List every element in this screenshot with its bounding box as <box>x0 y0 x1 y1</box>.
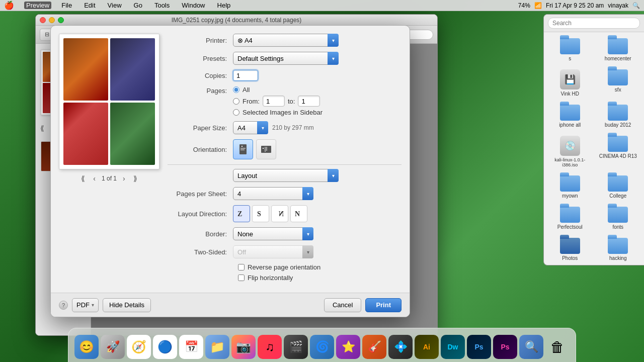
apple-menu[interactable]: 🍎 <box>4 1 14 10</box>
dock-launchpad[interactable]: 🚀 <box>101 335 125 359</box>
dock-photoshop[interactable]: Ps <box>467 335 491 359</box>
pages-from-row: From: to: <box>233 96 323 107</box>
pages-per-sheet-select[interactable]: 4 1 2 6 9 <box>233 187 313 200</box>
reverse-orientation-label: Reverse page orientation <box>248 263 320 271</box>
finder-item-perfectsoul[interactable]: Perfectsoul <box>548 205 592 232</box>
finder-item-sfx[interactable]: sfx <box>596 67 640 99</box>
copies-control <box>233 70 401 81</box>
pages-sidebar-radio[interactable] <box>233 109 239 116</box>
menu-view[interactable]: View <box>106 2 124 9</box>
dock-finalcut[interactable]: 🎬 <box>284 335 308 359</box>
paper-size-select[interactable]: A4 <box>233 121 268 134</box>
first-page-btn[interactable]: ⟪ <box>38 123 46 133</box>
menu-tools[interactable]: Tools <box>152 2 172 9</box>
pages-sidebar-label: Selected Images in Sidebar <box>243 109 323 116</box>
dock-itunes2[interactable]: ⭐ <box>336 335 360 359</box>
dock-calendar[interactable]: 📅 <box>179 335 203 359</box>
menu-window[interactable]: Window <box>180 2 207 9</box>
portrait-orientation-btn[interactable] <box>233 139 253 159</box>
finder-item-vinkhd[interactable]: 💾 Vink HD <box>548 67 592 99</box>
window-minimize-button[interactable] <box>49 17 55 23</box>
paper-size-label: Paper Size: <box>168 124 233 132</box>
dock-itunes[interactable]: ♫ <box>258 335 282 359</box>
printer-control: ⊗ A4 ▾ <box>233 34 401 47</box>
copies-input[interactable] <box>233 70 258 81</box>
layout-dir-n-btn[interactable]: N <box>290 205 307 222</box>
dock-ps2[interactable]: Ps <box>493 335 517 359</box>
help-button[interactable]: ? <box>59 301 68 310</box>
pdf-button[interactable]: PDF ▾ <box>72 298 99 312</box>
cancel-button[interactable]: Cancel <box>324 298 361 312</box>
presets-select[interactable]: Default Settings <box>233 52 339 65</box>
layout-select[interactable]: Layout <box>233 169 339 182</box>
reverse-orientation-row: Reverse page orientation <box>238 263 401 271</box>
dialog-prev-page-btn[interactable]: ‹ <box>91 173 98 184</box>
two-sided-select[interactable]: Off <box>233 245 313 258</box>
finder-item-fonts[interactable]: fonts <box>596 205 640 232</box>
finder-item-iphoneall[interactable]: iphone all <box>548 103 592 130</box>
layout-dir-s-btn[interactable]: S <box>252 205 269 222</box>
layout-dir-n-mirror-btn[interactable]: N <box>271 205 288 222</box>
pages-sidebar-row: Selected Images in Sidebar <box>233 109 323 116</box>
dock-particle[interactable]: 💠 <box>388 335 413 359</box>
border-select[interactable]: None Hairline Thin Medium Thick <box>233 227 313 240</box>
finder-item-myown[interactable]: myown <box>548 173 592 201</box>
finder-item-s[interactable]: s <box>548 36 592 63</box>
reverse-orientation-checkbox[interactable] <box>238 264 245 270</box>
battery-indicator: 74% <box>518 2 530 9</box>
dock-finder[interactable]: 😊 <box>74 335 99 359</box>
dock-colorpicker[interactable]: 🌀 <box>310 335 334 359</box>
dialog-next-page-btn[interactable]: › <box>121 173 127 184</box>
flip-horizontally-checkbox[interactable] <box>238 275 245 281</box>
dock-photos-app[interactable]: 📷 <box>231 335 256 359</box>
pages-from-input[interactable] <box>263 96 285 107</box>
hide-details-button[interactable]: Hide Details <box>103 298 151 312</box>
pages-radio-group: All From: to: Selected Images in Sidebar <box>233 86 323 116</box>
dialog-first-page-btn[interactable]: ⟪ <box>79 173 87 184</box>
menu-help[interactable]: Help <box>215 2 233 9</box>
printer-label: Printer: <box>168 37 233 44</box>
print-button[interactable]: Print <box>365 298 401 312</box>
presets-select-wrapper: Default Settings ▾ <box>233 52 339 65</box>
dock-preview-finder[interactable]: 🔍 <box>519 335 543 359</box>
dock-dreamweaver[interactable]: Dw <box>441 335 465 359</box>
dock-illustrator[interactable]: Ai <box>415 335 439 359</box>
dock-files[interactable]: 📁 <box>205 335 229 359</box>
pages-all-radio[interactable] <box>233 86 239 93</box>
landscape-orientation-btn[interactable] <box>256 139 276 159</box>
pages-per-sheet-label: Pages per Sheet: <box>168 190 233 198</box>
finder-item-buday2012[interactable]: buday 2012 <box>596 103 640 130</box>
menu-file[interactable]: File <box>59 2 74 9</box>
finder-item-photos[interactable]: Photos <box>548 236 592 263</box>
wifi-indicator: 📶 <box>534 2 542 9</box>
page-preview-grid <box>59 34 159 169</box>
orientation-row: Orientation: <box>168 139 401 159</box>
dock-trash[interactable]: 🗑 <box>545 335 570 359</box>
svg-text:Z: Z <box>237 210 242 218</box>
dialog-page-preview: ⟪ ‹ 1 of 1 › ⟫ <box>59 34 159 285</box>
finder-item-cinema4d[interactable]: CINEMA 4D R13 <box>596 134 640 169</box>
finder-item-homecenter[interactable]: homecenter <box>596 36 640 63</box>
menu-go[interactable]: Go <box>132 2 144 9</box>
menu-edit[interactable]: Edit <box>82 2 97 9</box>
finder-search-input[interactable] <box>548 18 640 29</box>
two-sided-select-wrapper: Off ▾ <box>233 245 313 258</box>
menu-preview[interactable]: Preview <box>24 2 51 9</box>
finder-item-college[interactable]: College <box>596 173 640 201</box>
window-maximize-button[interactable] <box>58 17 64 23</box>
paper-size-row: Paper Size: A4 ▾ 210 by 297 mm <box>168 121 401 134</box>
window-titlebar: IMG_0251 copy.jpg (4 documents, 4 total … <box>36 15 437 26</box>
finder-item-hacking[interactable]: hacking <box>596 236 640 263</box>
dock-chrome[interactable]: 🔵 <box>153 335 177 359</box>
search-menubar-icon[interactable]: 🔍 <box>632 2 640 9</box>
dock-safari[interactable]: 🧭 <box>127 335 151 359</box>
window-close-button[interactable] <box>40 17 46 23</box>
pages-to-input[interactable] <box>298 96 320 107</box>
copies-row: Copies: <box>168 70 401 81</box>
dialog-last-page-btn[interactable]: ⟫ <box>131 173 139 184</box>
finder-item-kalilinux[interactable]: 💿 kali-linux-1.0.1-i386.iso <box>548 134 592 169</box>
dock-garageband[interactable]: 🎸 <box>362 335 386 359</box>
layout-dir-z-btn[interactable]: Z <box>233 205 250 222</box>
pages-from-radio[interactable] <box>233 98 239 105</box>
printer-select[interactable]: ⊗ A4 <box>233 34 339 47</box>
